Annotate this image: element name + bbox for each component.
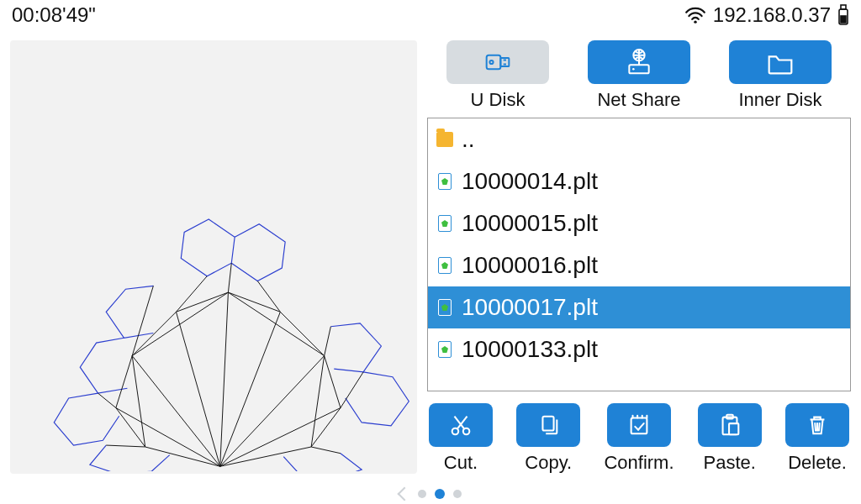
file-row[interactable]: 10000015.plt <box>428 202 850 244</box>
source-udisk[interactable]: U Disk <box>446 40 549 111</box>
file-row[interactable]: 10000133.plt <box>428 328 850 370</box>
scissors-icon <box>448 412 473 438</box>
copy-icon <box>536 412 561 438</box>
plt-file-icon <box>436 299 453 316</box>
file-name: 10000017.plt <box>462 294 598 321</box>
status-bar: 00:08'49" 192.168.0.37 <box>0 0 861 30</box>
file-row[interactable]: 10000017.plt <box>428 286 850 328</box>
delete-label: Delete. <box>788 452 847 474</box>
svg-rect-3 <box>841 16 846 23</box>
network-drive-icon <box>622 45 656 79</box>
svg-line-23 <box>819 423 820 431</box>
file-name: 10000133.plt <box>462 336 598 363</box>
svg-point-11 <box>632 68 635 71</box>
paste-label: Paste. <box>704 452 756 474</box>
source-innerdisk-label: Inner Disk <box>738 89 821 111</box>
plt-file-icon <box>436 215 453 232</box>
action-bar: Cut. Copy. Confirm. Paste. Delete. <box>427 403 851 474</box>
copy-button[interactable]: Copy. <box>516 403 580 474</box>
file-row[interactable]: 10000016.plt <box>428 244 850 286</box>
page-dot[interactable] <box>453 490 462 498</box>
elapsed-time: 00:08'49" <box>12 3 96 27</box>
svg-line-22 <box>815 423 816 431</box>
trash-icon <box>805 412 830 438</box>
source-tabs: U Disk Net Share Inner Disk <box>427 40 851 111</box>
wifi-icon <box>684 6 706 24</box>
confirm-label: Confirm. <box>604 452 673 474</box>
folder-up-icon <box>436 131 453 148</box>
svg-rect-21 <box>729 423 738 434</box>
plt-file-icon <box>436 173 453 190</box>
page-indicator <box>0 484 861 504</box>
paste-icon <box>717 412 742 438</box>
confirm-button[interactable]: Confirm. <box>604 403 673 474</box>
usb-storage-icon <box>837 4 849 26</box>
delete-button[interactable]: Delete. <box>785 403 849 474</box>
file-parent-label: .. <box>462 126 475 153</box>
cut-preview <box>10 40 417 474</box>
source-udisk-label: U Disk <box>471 89 526 111</box>
plt-file-icon <box>436 257 453 274</box>
source-innerdisk[interactable]: Inner Disk <box>729 40 832 111</box>
svg-point-0 <box>694 20 696 23</box>
preview-plot <box>10 40 417 471</box>
page-dot[interactable] <box>435 489 445 499</box>
cut-button[interactable]: Cut. <box>429 403 493 474</box>
ip-address: 192.168.0.37 <box>713 3 831 27</box>
plt-file-icon <box>436 341 453 358</box>
source-netshare-label: Net Share <box>597 89 680 111</box>
file-list: .. 10000014.plt 10000015.plt 10000016.pl… <box>427 118 851 391</box>
file-parent-dir[interactable]: .. <box>428 118 850 160</box>
svg-rect-10 <box>629 65 648 73</box>
file-name: 10000016.plt <box>462 252 598 279</box>
chevron-left-icon[interactable] <box>398 487 412 501</box>
svg-rect-18 <box>631 418 647 434</box>
folder-icon <box>763 45 797 79</box>
file-row[interactable]: 10000014.plt <box>428 160 850 202</box>
file-name: 10000014.plt <box>462 168 598 195</box>
page-dot[interactable] <box>418 490 426 498</box>
copy-label: Copy. <box>525 452 572 474</box>
confirm-icon <box>626 412 652 438</box>
usb-icon <box>481 45 515 79</box>
paste-button[interactable]: Paste. <box>698 403 762 474</box>
source-netshare[interactable]: Net Share <box>588 40 690 111</box>
file-name: 10000015.plt <box>462 210 598 237</box>
svg-point-6 <box>489 60 493 64</box>
svg-rect-17 <box>543 417 554 431</box>
cut-label: Cut. <box>444 452 478 474</box>
